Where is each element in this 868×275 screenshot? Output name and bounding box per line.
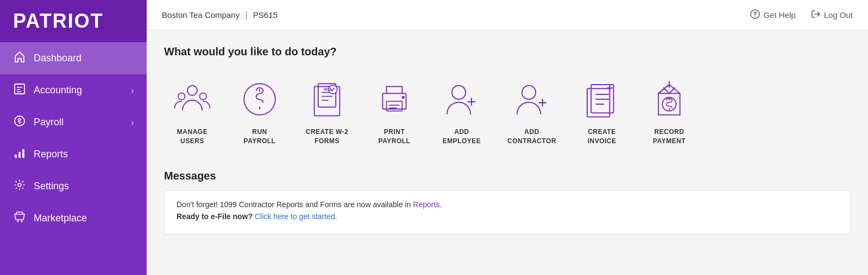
sidebar-nav: Dashboard Accounting › Payroll › <box>0 42 147 275</box>
svg-text:W-2: W-2 <box>324 87 331 92</box>
home-icon <box>13 51 26 66</box>
add-employee-label: ADDEMPLOYEE <box>443 127 481 146</box>
add-contractor-icon <box>510 78 553 121</box>
messages-title: Messages <box>164 170 851 182</box>
svg-point-5 <box>18 183 21 187</box>
settings-icon <box>13 179 26 194</box>
message-line2: Ready to e-File now? Click here to get s… <box>177 212 838 221</box>
run-payroll-label: RUNPAYROLL <box>244 127 276 146</box>
svg-rect-4 <box>22 149 24 158</box>
message-efile-link[interactable]: Click here to get started. <box>255 212 337 221</box>
print-payroll-icon <box>373 78 416 121</box>
record-payment-icon <box>647 78 691 121</box>
payroll-icon <box>13 115 26 130</box>
sidebar-item-accounting[interactable]: Accounting › <box>0 74 147 106</box>
sidebar-item-marketplace[interactable]: Marketplace <box>0 202 147 234</box>
payroll-chevron-icon: › <box>131 118 134 127</box>
svg-point-12 <box>200 93 207 100</box>
message-reports-link[interactable]: Reports <box>413 200 439 209</box>
message-line2-bold: Ready to e-File now? <box>177 212 253 221</box>
sidebar: PATRIOT Dashboard Accounting › <box>0 0 147 275</box>
create-w2-label: CREATE W-2FORMS <box>306 127 349 146</box>
svg-point-20 <box>402 96 405 99</box>
svg-point-9 <box>755 16 756 17</box>
svg-point-1 <box>15 116 24 126</box>
sidebar-item-accounting-label: Accounting <box>34 85 82 96</box>
manage-users-label: MANAGEUSERS <box>177 127 207 146</box>
svg-point-10 <box>187 86 197 95</box>
svg-point-11 <box>178 93 185 100</box>
svg-point-7 <box>21 221 23 222</box>
create-invoice-icon <box>580 78 624 121</box>
marketplace-icon <box>13 211 26 226</box>
content-area: What would you like to do today? MANAGEU… <box>147 30 868 250</box>
log-out-label: Log Out <box>824 10 853 20</box>
sidebar-item-reports-label: Reports <box>34 149 68 160</box>
sidebar-item-settings-label: Settings <box>34 181 69 192</box>
header-divider: | <box>245 9 248 21</box>
add-contractor-label: ADDCONTRACTOR <box>507 127 556 146</box>
company-name: Boston Tea Company <box>162 10 240 20</box>
record-payment-card[interactable]: RECORDPAYMENT <box>641 73 697 150</box>
message-box: Don't forget! 1099 Contractor Reports an… <box>164 190 851 234</box>
main-content: Boston Tea Company | PS615 Get Help <box>147 0 868 275</box>
quick-actions: MANAGEUSERS RUNPAYROLL <box>164 73 851 150</box>
sidebar-item-dashboard[interactable]: Dashboard <box>0 42 147 74</box>
manage-users-icon <box>171 78 214 121</box>
record-payment-label: RECORDPAYMENT <box>653 127 685 146</box>
svg-point-21 <box>452 86 466 99</box>
run-payroll-card[interactable]: RUNPAYROLL <box>231 73 288 150</box>
svg-rect-0 <box>15 84 24 94</box>
header: Boston Tea Company | PS615 Get Help <box>147 0 868 30</box>
svg-rect-2 <box>15 155 17 158</box>
messages-section: Messages Don't forget! 1099 Contractor R… <box>164 170 851 234</box>
accounting-chevron-icon: › <box>131 86 134 95</box>
what-title: What would you like to do today? <box>164 46 851 58</box>
sidebar-item-reports[interactable]: Reports <box>0 138 147 170</box>
sidebar-item-dashboard-label: Dashboard <box>34 53 81 64</box>
sidebar-item-marketplace-label: Marketplace <box>34 213 87 224</box>
create-w2-card[interactable]: W-2 CREATE W-2FORMS <box>299 73 355 150</box>
sidebar-item-payroll[interactable]: Payroll › <box>0 106 147 138</box>
get-help-button[interactable]: Get Help <box>750 9 795 21</box>
message-line1-pre: Don't forget! 1099 Contractor Reports an… <box>177 200 413 209</box>
message-line1: Don't forget! 1099 Contractor Reports an… <box>177 200 838 209</box>
logo: PATRIOT <box>0 0 147 42</box>
add-employee-icon <box>440 78 483 121</box>
sidebar-item-settings[interactable]: Settings <box>0 170 147 202</box>
print-payroll-card[interactable]: PRINTPAYROLL <box>366 73 423 150</box>
add-contractor-card[interactable]: ADDCONTRACTOR <box>501 73 563 150</box>
create-invoice-label: CREATEINVOICE <box>588 127 617 146</box>
manage-users-card[interactable]: MANAGEUSERS <box>164 73 221 150</box>
accounting-icon <box>13 83 26 98</box>
svg-rect-3 <box>18 152 21 158</box>
create-invoice-card[interactable]: CREATEINVOICE <box>574 73 630 150</box>
log-out-button[interactable]: Log Out <box>811 9 853 21</box>
reports-icon <box>13 147 26 162</box>
svg-point-22 <box>522 86 536 99</box>
help-icon <box>750 9 760 21</box>
create-w2-icon: W-2 <box>305 78 349 121</box>
account-id: PS615 <box>253 10 278 20</box>
sidebar-item-payroll-label: Payroll <box>34 117 64 128</box>
header-left: Boston Tea Company | PS615 <box>162 9 278 21</box>
header-right: Get Help Log Out <box>750 9 853 21</box>
add-employee-card[interactable]: ADDEMPLOYEE <box>433 73 490 150</box>
get-help-label: Get Help <box>763 10 795 20</box>
run-payroll-icon <box>238 78 281 121</box>
logout-icon <box>811 9 821 21</box>
print-payroll-label: PRINTPAYROLL <box>379 127 411 146</box>
message-line1-post: . <box>439 200 442 209</box>
svg-point-6 <box>17 221 19 222</box>
